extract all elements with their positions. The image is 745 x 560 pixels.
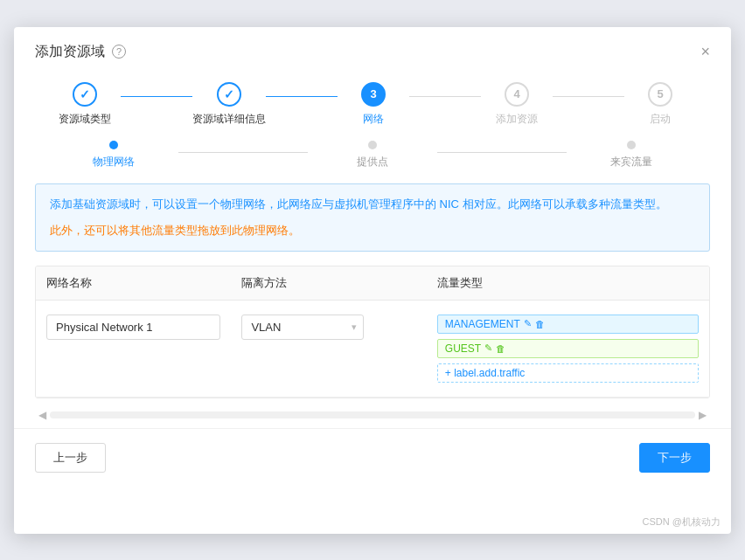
info-line-2: 此外，还可以将其他流量类型拖放到此物理网络。 — [50, 221, 695, 240]
table-header: 网络名称 隔离方法 流量类型 — [36, 266, 709, 301]
sub-step-dot-physical — [109, 141, 118, 149]
dialog-title: 添加资源域 — [35, 43, 105, 61]
close-button[interactable]: × — [700, 44, 710, 59]
delete-icon-management[interactable]: 🗑 — [535, 319, 545, 329]
sub-steps-bar: 物理网络 提供点 来宾流量 — [14, 141, 731, 183]
delete-icon-guest[interactable]: 🗑 — [496, 343, 505, 354]
step-5-label: 启动 — [650, 112, 671, 127]
sub-step-line-2 — [437, 152, 567, 153]
traffic-tags-container: MANAGEMENT ✎ 🗑 GUEST ✎ 🗑 + label.add.tra… — [437, 315, 699, 383]
isolation-select-wrapper: VLAN VXLAN GRE STT BCF SEGMENT ODL Ovs N… — [241, 315, 364, 340]
info-box: 添加基础资源域时，可以设置一个物理网络，此网络应与虚拟机管理程序中的 NIC 相… — [35, 183, 710, 252]
step-5: 5 启动 — [624, 82, 696, 127]
check-icon-1: ✓ — [80, 87, 90, 101]
step-5-circle[interactable]: 5 — [648, 82, 672, 107]
step-1-circle[interactable]: ✓ — [73, 82, 97, 107]
col-header-isolation: 隔离方法 — [231, 266, 426, 300]
step-2: ✓ 资源域详细信息 — [192, 82, 266, 127]
col-header-name: 网络名称 — [36, 266, 231, 300]
step-4-label: 添加资源 — [496, 112, 538, 127]
step-4-number: 4 — [513, 87, 519, 100]
network-name-input[interactable] — [46, 315, 220, 340]
scroll-left-arrow[interactable]: ◀ — [35, 409, 50, 421]
prev-button[interactable]: 上一步 — [35, 443, 106, 473]
sub-step-physical: 物理网络 — [49, 141, 178, 169]
watermark: CSDN @机核动力 — [643, 515, 721, 529]
sub-step-label-traffic: 来宾流量 — [610, 155, 652, 169]
tag-management-label: MANAGEMENT — [445, 318, 520, 330]
dialog-footer: 上一步 下一步 — [14, 428, 731, 488]
scroll-track[interactable] — [50, 411, 695, 418]
network-table: 网络名称 隔离方法 流量类型 VLAN VXLAN GRE STT BCF SE… — [35, 266, 710, 398]
cell-traffic: MANAGEMENT ✎ 🗑 GUEST ✎ 🗑 + label.add.tra… — [427, 309, 709, 388]
step-2-label: 资源域详细信息 — [192, 112, 266, 127]
edit-icon-management[interactable]: ✎ — [524, 318, 532, 329]
tag-guest: GUEST ✎ 🗑 — [437, 339, 699, 358]
info-line-1: 添加基础资源域时，可以设置一个物理网络，此网络应与虚拟机管理程序中的 NIC 相… — [50, 195, 695, 214]
cell-isolation: VLAN VXLAN GRE STT BCF SEGMENT ODL Ovs N… — [231, 309, 426, 345]
sub-step-label-physical: 物理网络 — [93, 155, 135, 169]
step-line-1 — [121, 96, 192, 97]
scroll-row: ◀ ▶ — [35, 409, 710, 421]
step-3-circle[interactable]: 3 — [361, 82, 386, 107]
next-button[interactable]: 下一步 — [639, 443, 710, 473]
step-4: 4 添加资源 — [481, 82, 553, 127]
sub-step-dot-traffic — [627, 141, 636, 149]
info-secondary-text: 此外，还可以将其他流量类型拖放到此物理网络。 — [50, 224, 300, 237]
sub-step-supply: 提供点 — [308, 141, 437, 169]
sub-step-dot-supply — [368, 141, 377, 149]
steps-bar: ✓ 资源域类型 ✓ 资源域详细信息 3 网络 4 添加资源 — [14, 61, 731, 141]
step-1: ✓ 资源域类型 — [49, 82, 121, 127]
info-highlight-text: 添加基础资源域时，可以设置一个物理网络，此网络应与虚拟机管理程序中的 NIC 相… — [50, 197, 644, 211]
scroll-right-arrow[interactable]: ▶ — [695, 409, 710, 421]
edit-icon-guest[interactable]: ✎ — [484, 342, 492, 354]
tag-management: MANAGEMENT ✎ 🗑 — [437, 315, 699, 334]
check-icon-2: ✓ — [224, 87, 234, 101]
info-highlight-text-2: 型。 — [644, 197, 667, 211]
step-2-circle[interactable]: ✓ — [217, 82, 241, 107]
col-header-traffic: 流量类型 — [427, 266, 709, 300]
sub-step-traffic: 来宾流量 — [567, 141, 696, 169]
help-icon[interactable]: ? — [112, 45, 126, 59]
step-5-number: 5 — [657, 87, 663, 100]
tag-guest-label: GUEST — [445, 342, 481, 355]
cell-network-name — [36, 309, 231, 345]
sub-step-label-supply: 提供点 — [357, 155, 388, 169]
title-row: 添加资源域 ? — [35, 43, 126, 61]
step-3-number: 3 — [370, 87, 376, 100]
sub-step-line-1 — [178, 152, 308, 153]
step-3: 3 网络 — [338, 82, 409, 127]
dialog-header: 添加资源域 ? × — [14, 27, 731, 61]
step-line-3 — [409, 96, 481, 97]
table-row: VLAN VXLAN GRE STT BCF SEGMENT ODL Ovs N… — [36, 301, 709, 398]
step-1-label: 资源域类型 — [59, 112, 111, 127]
step-line-2 — [266, 96, 338, 97]
step-3-label: 网络 — [363, 112, 384, 127]
step-4-circle[interactable]: 4 — [505, 82, 529, 107]
add-resource-dialog: 添加资源域 ? × ✓ 资源域类型 ✓ 资源域详细信息 3 网络 — [14, 27, 731, 534]
isolation-select[interactable]: VLAN VXLAN GRE STT BCF SEGMENT ODL Ovs N… — [241, 315, 364, 340]
add-traffic-button[interactable]: + label.add.traffic — [437, 363, 699, 383]
step-line-4 — [553, 96, 624, 97]
